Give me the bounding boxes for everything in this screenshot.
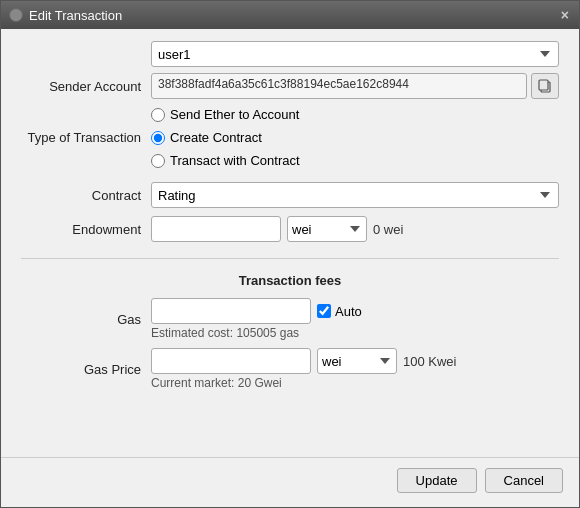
gas-auto-checkbox[interactable] [317, 304, 331, 318]
sender-account-label: Sender Account [21, 41, 151, 94]
address-row: 38f388fadf4a6a35c61c3f88194ec5ae162c8944 [151, 73, 559, 99]
gas-price-display-value: 100 Kwei [403, 354, 456, 369]
gas-price-market: Current market: 20 Gwei [151, 376, 559, 390]
svg-rect-1 [539, 80, 548, 90]
endowment-display-value: 0 wei [373, 222, 403, 237]
form-content: Sender Account user1 38f388fadf4a6a35c61… [1, 29, 579, 457]
window-icon [9, 8, 23, 22]
radio-create-contract[interactable]: Create Contract [151, 130, 262, 145]
edit-transaction-window: Edit Transaction × Sender Account user1 … [0, 0, 580, 508]
endowment-row: Endowment 0 wei 0 wei [21, 216, 559, 242]
endowment-label: Endowment [21, 222, 151, 237]
contract-select[interactable]: Rating [151, 182, 559, 208]
endowment-controls: 0 wei 0 wei [151, 216, 403, 242]
transaction-fees-title: Transaction fees [21, 273, 559, 288]
transaction-type-row-3: Transact with Contract [21, 153, 559, 168]
radio-send-ether[interactable]: Send Ether to Account [151, 107, 299, 122]
radio-send-ether-input[interactable] [151, 108, 165, 122]
gas-price-label: Gas Price [21, 362, 151, 377]
gas-price-controls: 100000 wei 100 Kwei [151, 348, 559, 374]
gas-price-unit-select[interactable]: wei [317, 348, 397, 374]
gas-input-area: 250000 Auto Estimated cost: 105005 gas [151, 298, 559, 340]
gas-auto-text: Auto [335, 304, 362, 319]
cancel-button[interactable]: Cancel [485, 468, 563, 493]
gas-price-row: Gas Price 100000 wei 100 Kwei Current ma… [21, 348, 559, 390]
contract-row: Contract Rating [21, 182, 559, 208]
endowment-unit-select[interactable]: wei [287, 216, 367, 242]
radio-transact-contract-input[interactable] [151, 154, 165, 168]
endowment-input[interactable]: 0 [151, 216, 281, 242]
user-select[interactable]: user1 [151, 41, 559, 67]
radio-send-ether-label: Send Ether to Account [170, 107, 299, 122]
gas-price-input[interactable]: 100000 [151, 348, 311, 374]
sender-inputs: user1 38f388fadf4a6a35c61c3f88194ec5ae16… [151, 41, 559, 99]
gas-controls: 250000 Auto [151, 298, 559, 324]
title-bar-left: Edit Transaction [9, 8, 122, 23]
footer: Update Cancel [1, 457, 579, 507]
transaction-type-row-1: Send Ether to Account [21, 107, 559, 122]
close-button[interactable]: × [559, 8, 571, 22]
copy-icon [537, 78, 553, 94]
gas-auto-label[interactable]: Auto [317, 304, 362, 319]
title-bar: Edit Transaction × [1, 1, 579, 29]
sender-account-section: Sender Account user1 38f388fadf4a6a35c61… [21, 41, 559, 99]
radio-create-contract-label: Create Contract [170, 130, 262, 145]
radio-create-contract-input[interactable] [151, 131, 165, 145]
contract-control: Rating [151, 182, 559, 208]
gas-estimated-cost: Estimated cost: 105005 gas [151, 326, 559, 340]
copy-address-button[interactable] [531, 73, 559, 99]
transaction-type-label: Type of Transaction [21, 130, 151, 145]
update-button[interactable]: Update [397, 468, 477, 493]
contract-label: Contract [21, 188, 151, 203]
window-title: Edit Transaction [29, 8, 122, 23]
gas-input[interactable]: 250000 [151, 298, 311, 324]
gas-row: Gas 250000 Auto Estimated cost: 105005 g… [21, 298, 559, 340]
gas-price-input-area: 100000 wei 100 Kwei Current market: 20 G… [151, 348, 559, 390]
sender-top: Sender Account user1 38f388fadf4a6a35c61… [21, 41, 559, 99]
divider [21, 258, 559, 259]
gas-label: Gas [21, 312, 151, 327]
address-display: 38f388fadf4a6a35c61c3f88194ec5ae162c8944 [151, 73, 527, 99]
radio-transact-contract-label: Transact with Contract [170, 153, 300, 168]
radio-transact-contract[interactable]: Transact with Contract [151, 153, 300, 168]
transaction-type-row-2: Type of Transaction Create Contract [21, 130, 559, 145]
